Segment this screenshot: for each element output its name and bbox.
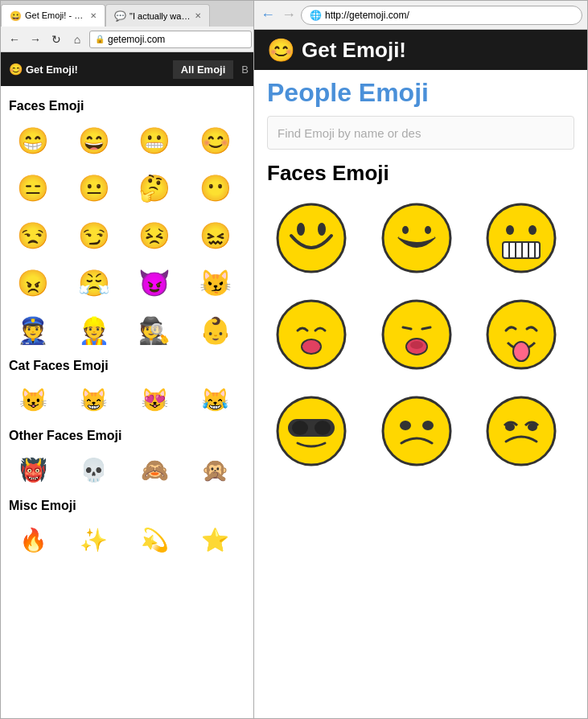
right-emoji-grid [267,194,574,475]
list-item[interactable] [477,387,565,475]
right-site-navbar: 😊 Get Emoji! [254,30,587,70]
tab-get-emoji[interactable]: 😀 Get Emoji! - ✂ Copy a... ✕ [1,4,105,27]
list-item[interactable]: 😹 [191,378,240,422]
right-forward-button[interactable]: → [280,6,298,24]
left-site-logo: 😊 Get Emoji! [9,63,78,76]
tab-close-1[interactable]: ✕ [90,11,97,20]
svg-point-27 [315,421,331,435]
tab-favicon-1: 😀 [10,10,22,22]
address-text: getemoji.com [108,34,165,45]
tab-favicon-2: 💬 [114,10,126,22]
address-bar-left[interactable]: 🔒 getemoji.com [89,31,252,48]
list-item[interactable] [267,387,356,475]
svg-point-33 [528,423,537,431]
list-item[interactable]: 🤔 [130,166,179,210]
list-item[interactable]: 😊 [191,118,240,162]
right-brand: 😊 Get Emoji! [267,37,406,64]
list-item[interactable]: 👶 [191,308,240,352]
list-item[interactable]: 💫 [130,518,179,562]
forward-button[interactable]: → [27,31,44,48]
list-item[interactable]: 👹 [9,448,57,492]
faces-emoji-grid: 😁 😄 😬 😊 😑 😐 🤔 😶 😒 😏 😣 😖 😠 😤 😈 😼 👮 👷 🕵 👶 [9,118,249,352]
list-item[interactable]: 😖 [191,213,240,257]
left-content: Faces Emoji 😁 😄 😬 😊 😑 😐 🤔 😶 😒 😏 😣 😖 😠 😤 … [1,86,257,575]
search-placeholder: Find Emoji by name or des [278,126,421,140]
cat-emoji-grid: 😺 😸 😻 😹 [9,378,249,422]
list-item[interactable] [477,194,565,282]
list-item[interactable] [477,290,565,379]
list-item[interactable]: 😁 [9,118,57,162]
list-item[interactable]: 😺 [9,378,57,422]
svg-point-5 [425,226,431,234]
tab-label-1: Get Emoji! - ✂ Copy a... [25,10,87,21]
list-item[interactable] [267,290,356,379]
right-back-button[interactable]: ← [259,6,277,24]
svg-point-30 [422,421,434,430]
home-button[interactable]: ⌂ [68,31,86,48]
tab-close-2[interactable]: ✕ [195,11,201,20]
faces-emoji-title: Faces Emoji [267,161,574,186]
svg-point-4 [402,226,409,234]
right-browser-window: ← → 🌐 http://getemoji.com/ 😊 Get Emoji! … [253,0,588,719]
svg-point-0 [278,204,345,272]
svg-point-1 [297,223,305,236]
left-browser-window: 😀 Get Emoji! - ✂ Copy a... ✕ 💬 "I actual… [0,0,257,719]
list-item[interactable]: 😻 [130,378,179,422]
list-item[interactable]: 😤 [70,261,118,305]
list-item[interactable]: 😐 [70,166,118,210]
list-item[interactable]: ⭐ [191,518,240,562]
list-item[interactable]: 😼 [191,261,240,305]
right-brand-text: Get Emoji! [302,38,406,63]
reload-button[interactable]: ↻ [47,31,65,48]
back-button[interactable]: ← [6,31,23,48]
right-content: People Emoji Find Emoji by name or des F… [254,70,587,483]
other-faces-section-title: Other Faces Emoji [9,429,249,443]
list-item[interactable]: ✨ [70,518,118,562]
list-item[interactable] [372,290,461,379]
svg-point-15 [278,301,345,368]
list-item[interactable]: 💀 [70,448,118,492]
list-item[interactable]: 😒 [9,213,57,257]
right-address-bar[interactable]: 🌐 http://getemoji.com/ [301,6,582,25]
list-item[interactable]: 😠 [9,261,57,305]
list-item[interactable]: 😑 [9,166,57,210]
address-lock-icon: 🔒 [95,35,105,43]
left-site-navbar: 😊 Get Emoji! All Emoji B [1,52,257,86]
left-logo-text: Get Emoji! [26,64,78,76]
misc-emoji-grid: 🔥 ✨ 💫 ⭐ [9,518,249,562]
right-favicon: 🌐 [310,10,322,21]
list-item[interactable]: 😬 [130,118,179,162]
people-emoji-title: People Emoji [267,78,574,108]
list-item[interactable]: 😸 [70,378,118,422]
list-item[interactable]: 😏 [70,213,118,257]
misc-section-title: Misc Emoji [9,499,249,513]
list-item[interactable]: 🔥 [9,518,57,562]
list-item[interactable]: 👮 [9,308,57,352]
left-nav-bar: ← → ↻ ⌂ 🔒 getemoji.com [1,27,257,52]
b-nav[interactable]: B [241,64,249,76]
list-item[interactable]: 😈 [130,261,179,305]
list-item[interactable]: 😣 [130,213,179,257]
svg-point-13 [506,225,514,235]
list-item[interactable]: 😶 [191,166,240,210]
list-item[interactable]: 🙊 [191,448,240,492]
list-item[interactable] [372,194,461,282]
svg-point-6 [487,204,555,272]
right-nav-bar: ← → 🌐 http://getemoji.com/ [254,1,587,30]
list-item[interactable]: 😄 [70,118,118,162]
cat-section-title: Cat Faces Emoji [9,359,249,373]
svg-point-26 [292,421,308,435]
svg-line-19 [422,327,430,329]
all-emoji-nav[interactable]: All Emoji [173,60,234,79]
emoji-search-box[interactable]: Find Emoji by name or des [267,116,574,150]
list-item[interactable] [372,387,461,475]
svg-point-31 [487,397,555,465]
svg-point-21 [410,341,423,349]
list-item[interactable]: 👷 [70,308,118,352]
list-item[interactable]: 🙈 [130,448,179,492]
list-item[interactable] [267,194,356,282]
svg-point-23 [513,342,529,361]
list-item[interactable]: 🕵 [130,308,179,352]
left-tabs: 😀 Get Emoji! - ✂ Copy a... ✕ 💬 "I actual… [1,1,257,27]
tab-actually[interactable]: 💬 "I actually was... ✕ [105,4,210,27]
